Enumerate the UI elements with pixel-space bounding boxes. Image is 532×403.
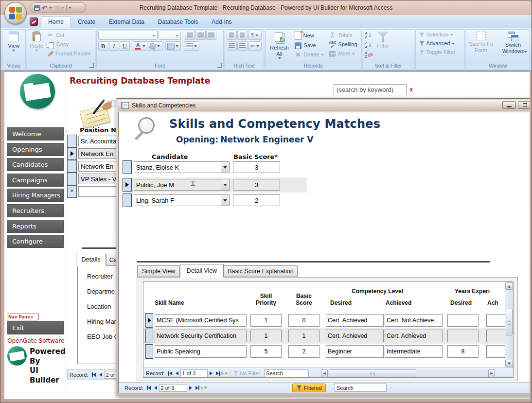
maximize-button[interactable]	[518, 101, 530, 109]
text-direction-button[interactable]: ¶	[248, 31, 262, 40]
comp-achieved-cell[interactable]: Intermediate	[385, 345, 443, 358]
italic-button[interactable]: I	[109, 41, 119, 51]
font-color-button[interactable]: A	[133, 41, 147, 51]
subform-search-input[interactable]: Search	[264, 369, 309, 377]
sidebar-item-configure[interactable]: Configure	[7, 235, 64, 248]
tab-external-data[interactable]: External Data	[102, 17, 151, 28]
previous-record-button[interactable]	[152, 384, 159, 391]
view-button[interactable]: View	[7, 31, 21, 53]
bullet-list-button[interactable]	[237, 41, 248, 51]
spelling-button[interactable]: ABC✓Spelling	[327, 40, 358, 49]
selection-filter-button[interactable]: Selection	[418, 31, 457, 38]
last-record-button[interactable]	[214, 370, 221, 377]
tab-detail-view[interactable]: Detail View	[180, 264, 224, 278]
nav-pane-toggle[interactable]: Nav Pane<	[7, 314, 39, 320]
previous-record-button[interactable]	[97, 371, 104, 378]
filter-button[interactable]: Filter	[374, 31, 392, 50]
new-record-button[interactable]: ✱	[201, 384, 208, 391]
first-record-button[interactable]	[167, 370, 174, 377]
refresh-all-button[interactable]: Refresh All	[267, 31, 292, 60]
skill-name-cell[interactable]: Network Security Certification	[155, 330, 247, 342]
gridlines-button[interactable]	[165, 41, 181, 51]
search-keyword-input[interactable]: (search by keyword)	[334, 84, 407, 95]
dialog-search-input[interactable]: Search	[335, 384, 387, 392]
redo-chevron-icon[interactable]	[61, 7, 64, 9]
sidebar-item-reports[interactable]: Reports	[7, 220, 64, 233]
clipboard-dialog-launcher-icon[interactable]	[89, 63, 94, 68]
skill-name-cell[interactable]: Public Speaking	[155, 345, 247, 358]
sort-descending-button[interactable]: ZA↓	[365, 41, 372, 49]
copy-button[interactable]: Copy	[45, 40, 92, 49]
font-name-combo[interactable]	[98, 31, 158, 40]
skill-name-cell[interactable]: MCSE (Microsoft Certified Sys	[155, 314, 247, 327]
office-button[interactable]	[4, 2, 27, 24]
clear-sorts-button[interactable]: AZ	[365, 51, 372, 59]
cut-button[interactable]: ✂Cut	[45, 31, 92, 39]
comp-achieved-cell[interactable]: Cert. Achieved	[385, 330, 443, 342]
sidebar-item-welcome[interactable]: Welcome	[7, 127, 64, 140]
filtered-indicator-button[interactable]: Filtered	[292, 384, 326, 392]
horizontal-scroll-thumb[interactable]	[329, 369, 416, 377]
totals-button[interactable]: ΣTotals	[327, 31, 358, 39]
font-dialog-launcher-icon[interactable]	[217, 63, 222, 68]
sidebar-item-campaigns[interactable]: Campaigns	[7, 174, 64, 187]
combo-dropdown-button[interactable]	[221, 195, 229, 206]
minimize-button[interactable]	[502, 101, 516, 109]
tab-simple-view[interactable]: Simple View	[137, 265, 180, 277]
record-position-box[interactable]: 2 of 3	[159, 384, 187, 392]
sort-ascending-button[interactable]: AZ↓	[365, 31, 372, 39]
record-selector[interactable]	[67, 160, 77, 173]
sidebar-item-openings[interactable]: Openings	[7, 143, 64, 156]
undo-icon[interactable]: ↶	[42, 5, 47, 11]
record-selector-current[interactable]	[67, 147, 77, 160]
dialog-title-bar[interactable]: Skills and Competencies	[118, 100, 530, 111]
basic-score-field[interactable]: 2	[233, 194, 280, 206]
undo-chevron-icon[interactable]	[49, 7, 52, 9]
record-selector-new[interactable]: *	[67, 185, 77, 198]
skill-priority-cell[interactable]: 5	[250, 345, 282, 358]
years-desired-cell[interactable]: 8	[447, 345, 479, 358]
skill-record-selector-current[interactable]	[145, 313, 153, 328]
skill-record-selector[interactable]	[145, 344, 153, 359]
skill-priority-cell[interactable]: 1	[250, 314, 282, 327]
combo-dropdown-button[interactable]	[221, 162, 229, 173]
candidate-record-selector[interactable]	[123, 160, 132, 174]
next-record-button[interactable]	[208, 370, 214, 377]
sidebar-item-candidates[interactable]: Candidates	[7, 158, 64, 171]
years-desired-cell[interactable]	[447, 330, 479, 342]
alternate-fill-button[interactable]	[184, 41, 199, 51]
candidate-record-selector[interactable]	[123, 193, 132, 207]
basic-score-cell[interactable]: 2	[288, 345, 319, 358]
skill-record-selector[interactable]	[145, 329, 153, 343]
candidate-combo[interactable]: Ling, Sarah F	[134, 194, 230, 206]
vertical-scroll-thumb[interactable]	[506, 309, 513, 335]
append-only-button[interactable]: ab	[248, 41, 262, 51]
scroll-right-button[interactable]: ▶	[488, 369, 495, 377]
first-record-button[interactable]	[90, 371, 97, 378]
numbered-list-button[interactable]	[227, 41, 237, 51]
tab-create[interactable]: Create	[71, 17, 102, 28]
toggle-filter-button[interactable]: Toggle Filter	[418, 49, 457, 56]
tab-home[interactable]: Home	[41, 16, 71, 28]
customize-qat-icon[interactable]	[69, 7, 71, 9]
size-to-fit-form-button[interactable]: Size to Fit Form	[468, 31, 494, 54]
basic-score-cell[interactable]: 0	[288, 314, 319, 327]
basic-score-field[interactable]: 3	[233, 161, 280, 173]
redo-icon[interactable]: ↷	[54, 5, 59, 11]
delete-record-button[interactable]: ✕Delete	[293, 51, 326, 59]
last-record-button[interactable]	[194, 384, 201, 391]
sidebar-item-hiring-managers[interactable]: Hiring Managers	[7, 189, 64, 202]
comp-desired-cell[interactable]: Cert. Achieved	[326, 330, 384, 342]
scroll-up-button[interactable]: ▲	[505, 282, 513, 290]
save-record-button[interactable]: Save	[293, 41, 326, 50]
comp-desired-cell[interactable]: Beginner	[326, 345, 384, 358]
new-record-button[interactable]: ✱	[221, 370, 228, 377]
font-size-combo[interactable]	[159, 31, 181, 40]
paste-button[interactable]: Paste	[29, 31, 44, 53]
decrease-indent-button[interactable]	[227, 31, 237, 40]
more-button[interactable]: More	[327, 50, 358, 58]
years-desired-cell[interactable]	[447, 314, 479, 327]
comp-desired-cell[interactable]: Cert. Achieved	[326, 314, 384, 327]
sidebar-item-recruiters[interactable]: Recruiters	[7, 204, 64, 217]
advanced-filter-button[interactable]: Advanced	[418, 40, 457, 47]
